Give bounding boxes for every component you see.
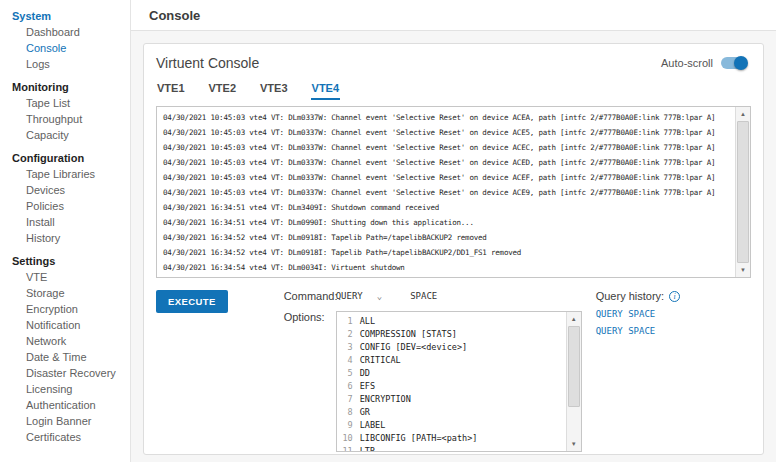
autoscroll-toggle[interactable] [721,57,747,69]
tab-vte2[interactable]: VTE2 [208,80,238,100]
option-label: LABEL [360,419,386,432]
option-number: 2 [337,328,353,341]
query-history-links: QUERY SPACEQUERY SPACE [596,309,680,336]
log-scrollbar[interactable]: ▲ ▼ [735,107,750,277]
options-scrollbar[interactable]: ▲ ▼ [566,312,581,451]
command-select[interactable]: QUERY ⌄ [336,291,383,301]
option-item-encryption[interactable]: 7ENCRYPTION [337,393,563,406]
log-line: 04/30/2021 10:45:03 vte4 VT: DLm0337W: C… [163,155,730,170]
page-title: Console [149,8,200,23]
option-item-libconfig-path-path[interactable]: 10LIBCONFIG [PATH=<path>] [337,432,563,445]
option-item-gr[interactable]: 8GR [337,406,563,419]
query-history-link[interactable]: QUERY SPACE [596,309,680,319]
app-window: SystemDashboardConsoleLogsMonitoringTape… [0,0,776,462]
vte-tabs: VTE1VTE2VTE3VTE4 [156,80,751,100]
options-scrollbar-thumb[interactable] [568,326,580,407]
sidebar-section-monitoring: Monitoring [0,79,130,95]
sidebar-item-capacity[interactable]: Capacity [0,127,130,143]
option-label: CRITICAL [360,354,401,367]
scroll-down-icon[interactable]: ▼ [736,263,750,277]
tab-vte3[interactable]: VTE3 [259,80,289,100]
log-scrollbar-thumb[interactable] [737,121,749,263]
sidebar-item-licensing[interactable]: Licensing [0,381,130,397]
option-label: EFS [360,380,375,393]
sidebar-section-configuration: Configuration [0,150,130,166]
scroll-up-icon[interactable]: ▲ [736,107,750,121]
sidebar-item-encryption[interactable]: Encryption [0,301,130,317]
sidebar-item-login-banner[interactable]: Login Banner [0,413,130,429]
chevron-down-icon: ⌄ [377,292,382,300]
sidebar-item-tape-libraries[interactable]: Tape Libraries [0,166,130,182]
page-header: Console [131,0,776,31]
option-number: 11 [337,445,353,452]
tab-vte1[interactable]: VTE1 [156,80,186,100]
sidebar-item-tape-list[interactable]: Tape List [0,95,130,111]
options-row: Options: 1ALL2COMPRESSION [STATS]3CONFIG… [284,311,582,452]
sidebar-item-certificates[interactable]: Certificates [0,429,130,445]
sidebar-item-dashboard[interactable]: Dashboard [0,24,130,40]
option-number: 9 [337,419,353,432]
sidebar: SystemDashboardConsoleLogsMonitoringTape… [0,0,131,462]
options-label: Options: [284,311,336,323]
option-item-efs[interactable]: 6EFS [337,380,563,393]
option-number: 6 [337,380,353,393]
scroll-down-icon[interactable]: ▼ [567,437,581,451]
log-line: 04/30/2021 10:45:03 vte4 VT: DLm0337W: C… [163,140,730,155]
log-line: 04/30/2021 10:45:03 vte4 VT: DLm0337W: C… [163,125,730,140]
log-line: 04/30/2021 16:34:54 vte4 VT: DLm0034I: V… [163,260,730,275]
main-area: Console Virtuent Console Auto-scroll VTE… [131,0,776,462]
command-label: Command: [284,290,336,302]
virtuent-console-card: Virtuent Console Auto-scroll VTE1VTE2VTE… [143,43,764,455]
command-row: Command: QUERY ⌄ SPACE [284,290,582,302]
option-number: 8 [337,406,353,419]
option-label: LIBCONFIG [PATH=<path>] [360,432,478,445]
option-item-label[interactable]: 9LABEL [337,419,563,432]
command-select-value: QUERY [336,291,363,301]
option-number: 4 [337,354,353,367]
scroll-up-icon[interactable]: ▲ [567,312,581,326]
sidebar-section-settings: Settings [0,253,130,269]
log-line: 04/30/2021 16:34:52 vte4 VT: DLm0918I: T… [163,245,730,260]
toggle-knob [734,56,748,70]
sidebar-item-install[interactable]: Install [0,214,130,230]
log-line: 04/30/2021 16:34:51 vte4 VT: DLm3409I: S… [163,200,730,215]
option-item-config-dev-device[interactable]: 3CONFIG [DEV=<device>] [337,341,563,354]
log-line: 04/30/2021 10:45:03 vte4 VT: DLm0337W: C… [163,185,730,200]
sidebar-item-logs[interactable]: Logs [0,56,130,72]
tab-vte4[interactable]: VTE4 [311,80,341,100]
option-item-ltr[interactable]: 11LTR [337,445,563,452]
console-log-viewport[interactable]: 04/30/2021 10:45:03 vte4 VT: DLm0337W: C… [156,106,751,278]
query-history-link[interactable]: QUERY SPACE [596,326,680,336]
sidebar-item-throughput[interactable]: Throughput [0,111,130,127]
sidebar-item-date-time[interactable]: Date & Time [0,349,130,365]
info-icon[interactable]: i [669,291,680,302]
sidebar-item-notification[interactable]: Notification [0,317,130,333]
sidebar-item-console[interactable]: Console [0,40,130,56]
command-argument-input[interactable]: SPACE [410,291,437,301]
option-item-critical[interactable]: 4CRITICAL [337,354,563,367]
sidebar-item-network[interactable]: Network [0,333,130,349]
console-log-lines: 04/30/2021 10:45:03 vte4 VT: DLm0337W: C… [163,110,730,275]
option-label: GR [360,406,370,419]
sidebar-item-vte[interactable]: VTE [0,269,130,285]
sidebar-item-storage[interactable]: Storage [0,285,130,301]
sidebar-item-devices[interactable]: Devices [0,182,130,198]
sidebar-item-authentication[interactable]: Authentication [0,397,130,413]
option-item-dd[interactable]: 5DD [337,367,563,380]
options-list: 1ALL2COMPRESSION [STATS]3CONFIG [DEV=<de… [337,315,563,452]
options-listbox[interactable]: 1ALL2COMPRESSION [STATS]3CONFIG [DEV=<de… [336,311,582,452]
option-number: 5 [337,367,353,380]
sidebar-item-history[interactable]: History [0,230,130,246]
option-label: DD [360,367,370,380]
sidebar-item-policies[interactable]: Policies [0,198,130,214]
query-history-panel: Query history: i QUERY SPACEQUERY SPACE [596,290,680,336]
option-item-all[interactable]: 1ALL [337,315,563,328]
sidebar-item-disaster-recovery[interactable]: Disaster Recovery [0,365,130,381]
option-item-compression-stats[interactable]: 2COMPRESSION [STATS] [337,328,563,341]
card-title: Virtuent Console [156,55,259,71]
log-line: 04/30/2021 10:45:03 vte4 VT: DLm0337W: C… [163,110,730,125]
execute-button[interactable]: EXECUTE [156,290,228,313]
autoscroll-control: Auto-scroll [661,57,751,69]
option-number: 3 [337,341,353,354]
option-number: 7 [337,393,353,406]
